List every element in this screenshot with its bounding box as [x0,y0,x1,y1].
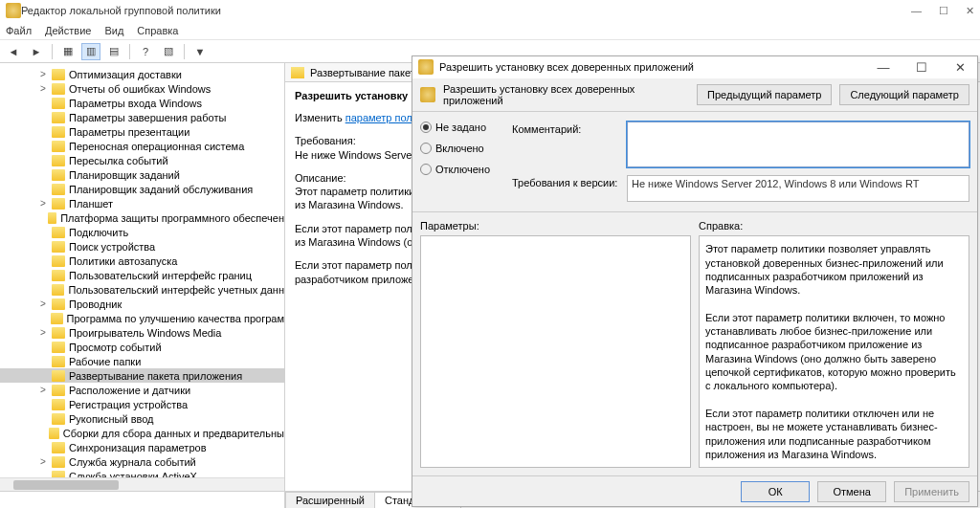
tree-item[interactable]: >Расположение и датчики [0,383,284,397]
toolbar-separator [184,44,185,59]
minimize-button[interactable]: — [911,5,922,17]
folder-icon [48,212,56,224]
apply-button[interactable]: Применить [894,481,969,502]
filter-icon[interactable]: ▼ [190,43,210,60]
tree-item-label: Пользовательский интерфейс учетных данн [68,284,284,296]
help-text-3: Если этот параметр политики отключен или… [705,407,963,461]
tree-item[interactable]: Платформа защиты программного обеспечен [0,210,284,225]
tree-item[interactable]: Поиск устройства [0,239,284,254]
close-button[interactable]: ✕ [966,5,974,17]
comment-input[interactable] [627,121,969,167]
tree-item[interactable]: Синхронизация параметров [0,440,284,454]
menu-action[interactable]: Действие [45,25,91,36]
tree-item[interactable]: Планировщик заданий обслуживания [0,182,284,196]
folder-icon [52,356,65,367]
tree-item[interactable]: Просмотр событий [0,340,284,354]
description-label: Описание: [295,172,346,184]
tab-extended[interactable]: Расширенный [285,492,375,508]
folder-icon [51,313,63,324]
folder-icon [52,184,65,195]
radio-not-configured[interactable] [420,121,432,133]
expand-icon[interactable]: > [38,327,48,338]
folder-icon [52,141,65,152]
folder-icon [52,456,65,468]
export-list-icon[interactable]: ▤ [104,43,123,60]
tree-item[interactable]: Параметры входа Windows [0,96,284,110]
tree-item-label: Параметры презентации [69,126,189,138]
tree-item[interactable]: >Служба журнала событий [0,454,284,469]
tree-item-label: Просмотр событий [69,342,162,353]
tree-item-label: Планировщик заданий [69,169,180,181]
tree-item[interactable]: >Оптимизация доставки [0,67,284,81]
expand-icon[interactable]: > [38,456,48,467]
tree-item[interactable]: Рукописный ввод [0,411,284,426]
edit-prefix: Изменить [295,112,345,123]
tree-item[interactable]: >Проводник [0,297,284,311]
nav-forward-icon[interactable]: ► [27,43,46,60]
next-setting-button[interactable]: Следующий параметр [839,84,969,105]
menu-view[interactable]: Вид [104,25,123,36]
expand-icon[interactable]: > [38,385,48,395]
tree-item[interactable]: Параметры завершения работы [0,110,284,124]
help-text-2: Если этот параметр политики включен, то … [705,311,963,393]
tree-item[interactable]: Параметры презентации [0,124,284,139]
toolbar-separator [52,44,53,59]
requirements-label: Требования: [295,135,356,146]
cancel-button[interactable]: Отмена [817,481,886,502]
tree-item[interactable]: Планировщик заданий [0,167,284,182]
tree-item[interactable]: Переносная операционная система [0,139,284,153]
tree-item[interactable]: Рабочие папки [0,354,284,368]
expand-icon[interactable]: > [38,198,48,209]
tree-item-label: Пользовательский интерфейс границ [69,270,252,281]
radio-not-configured-label: Не задано [435,121,486,133]
tree-item[interactable]: >Планшет [0,196,284,210]
expand-icon[interactable]: > [38,298,48,309]
tree-item[interactable]: Политики автозапуска [0,254,284,268]
extended-view-icon[interactable]: ▧ [159,43,178,60]
folder-icon [52,98,65,109]
horizontal-scrollbar[interactable] [0,477,284,491]
tree-item[interactable]: >Проигрыватель Windows Media [0,325,284,340]
tree-item[interactable]: >Отчеты об ошибках Windows [0,81,284,96]
previous-setting-button[interactable]: Предыдущий параметр [697,84,832,105]
menu-help[interactable]: Справка [137,25,178,36]
tree-item[interactable]: Пересылка событий [0,153,284,167]
dialog-titlebar: Разрешить установку всех доверенных прил… [412,56,977,78]
help-icon[interactable]: ? [136,43,155,60]
tree-item-label: Программа по улучшению качества програм [67,313,284,324]
radio-enabled[interactable] [420,143,432,154]
folder-icon [52,241,65,253]
tree-item[interactable]: Пользовательский интерфейс учетных данн [0,282,284,297]
folder-icon [52,413,65,425]
menu-file[interactable]: Файл [6,25,32,36]
requirements-version-value: Не ниже Windows Server 2012, Windows 8 и… [627,175,969,202]
tree-item-label: Планшет [69,198,113,210]
tree-panel: >Оптимизация доставки>Отчеты об ошибках … [0,63,285,491]
tree-item[interactable]: Пользовательский интерфейс границ [0,268,284,282]
radio-disabled[interactable] [420,164,432,175]
properties-icon[interactable]: ▥ [81,43,100,60]
tree-item[interactable]: Регистрация устройства [0,397,284,411]
tree-item[interactable]: Развертывание пакета приложения [0,368,284,383]
dialog-maximize-button[interactable]: ☐ [910,60,933,75]
expand-icon[interactable]: > [38,83,48,94]
ok-button[interactable]: ОК [741,481,810,502]
maximize-button[interactable]: ☐ [939,5,948,17]
tree-item[interactable]: Программа по улучшению качества програм [0,311,284,325]
dialog-close-button[interactable]: ✕ [948,60,971,75]
tree-item-label: Параметры завершения работы [69,112,226,123]
dialog-minimize-button[interactable]: — [872,60,895,75]
folder-icon [52,298,65,310]
show-hide-tree-icon[interactable]: ▦ [58,43,78,60]
expand-icon[interactable]: > [38,69,48,79]
tree-item-label: Политики автозапуска [69,255,177,267]
policy-dialog: Разрешить установку всех доверенных прил… [412,55,978,507]
menubar: Файл Действие Вид Справка [0,21,980,40]
nav-back-icon[interactable]: ◄ [4,43,23,60]
dialog-title: Разрешить установку всех доверенных прил… [439,61,872,73]
tree-item[interactable]: Подключить [0,225,284,239]
tree-item[interactable]: Сборки для сбора данных и предварительны [0,426,284,440]
folder-icon [52,399,65,410]
app-title: Редактор локальной групповой политики [21,5,911,16]
comment-label: Комментарий: [512,121,619,135]
